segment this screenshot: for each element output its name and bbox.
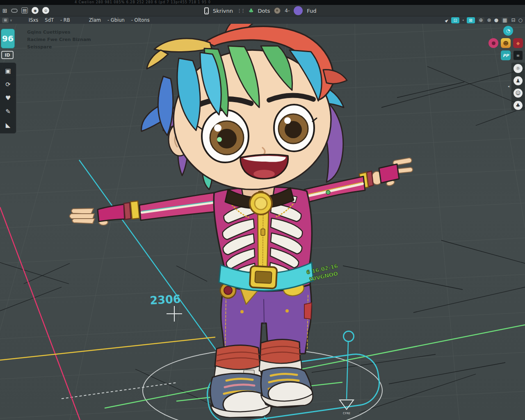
view-axis-gizmo[interactable]: ◔ — [503, 26, 513, 36]
device-icon[interactable] — [204, 7, 209, 14]
overlay-toggle-2[interactable]: ⊗ — [487, 17, 491, 23]
menu-item-1[interactable]: ISxs — [29, 17, 39, 23]
gizmo-mode-label[interactable]: 4- — [285, 8, 290, 14]
nav-forward-button[interactable]: ⊙ — [42, 7, 49, 14]
avatar-icon[interactable] — [274, 7, 281, 14]
material-preview-sphere[interactable] — [294, 6, 303, 15]
workspace-badge[interactable]: 96 — [1, 29, 15, 48]
overlay-toggle-5[interactable]: ⊟ — [511, 17, 515, 23]
scene-breadcrumb: Gqins Cuettipves Racime Fwe Cren Biznam … — [27, 29, 91, 51]
scene-breadcrumb-line2: Racime Fwe Cren Biznam — [27, 36, 91, 43]
topbar-item-dots[interactable]: Dots — [258, 8, 270, 14]
shading-mode-icon[interactable]: ○ — [518, 17, 523, 23]
character-boots — [210, 339, 313, 418]
transform-tool[interactable]: ♥ — [1, 91, 15, 105]
world-tab-icon[interactable]: ♣ — [514, 101, 523, 110]
topbar: ⊞ ▤ ◉ ⊙ Skrivnn ⋮⋮ ♣ Dots 4- Fud — [0, 5, 525, 16]
topbar-item-fluid[interactable]: Fud — [307, 8, 316, 14]
tool-shelf: ▣ ⟳ ♥ ✎ ◣ — [0, 62, 16, 134]
annotate-cursor-icon[interactable]: ► — [443, 17, 450, 23]
menu-item-6[interactable]: - Oltons — [131, 17, 150, 23]
frame-number-label: 2306 — [150, 292, 181, 307]
menu-item-5[interactable]: - Gbiun — [107, 17, 125, 23]
annotate-tool[interactable]: ✎ — [1, 105, 15, 118]
text-panel-icon[interactable]: ≡ — [513, 50, 523, 60]
pp-tool-icon[interactable]: PP — [501, 50, 511, 60]
scene-stats-text: 4 Cwelion 280 981 085% 6.2B 252 280 6 (p… — [75, 0, 211, 4]
proportional-edit-button[interactable]: ⊠ — [467, 17, 475, 23]
camera-orbit-icon[interactable] — [488, 38, 498, 48]
chevron-down-icon: ∨ — [10, 18, 12, 22]
mode-indicator[interactable]: ID — [1, 51, 14, 59]
measure-tool[interactable]: ◣ — [1, 119, 15, 132]
pill-icon[interactable] — [11, 9, 18, 13]
overlay-toggle-3[interactable]: ● — [494, 17, 498, 23]
mini-arrow-icon: ◂ — [462, 18, 464, 22]
app-shortcut-icon[interactable]: ☻ — [501, 38, 511, 48]
select-box-tool[interactable]: ▣ — [1, 64, 15, 78]
tab-pointer-icon: ◂ — [508, 84, 509, 88]
topbar-item-scripting[interactable]: Skrivnn — [213, 8, 233, 14]
overlay-toggle-4[interactable]: ▦ — [501, 17, 508, 23]
menu-item-4[interactable]: Zlam — [89, 17, 101, 23]
scene-tab-icon[interactable]: ☺ — [514, 89, 523, 98]
menubar: ⊞ ∨ ISxs SdT - RB Zlam - Gbiun - Oltons … — [0, 16, 525, 24]
snap-button[interactable]: ⊡ — [451, 17, 459, 23]
menu-item-3[interactable]: - RB — [60, 17, 70, 23]
keyboard-icon[interactable]: ▤ — [21, 7, 28, 14]
nav-back-button[interactable]: ◉ — [32, 7, 39, 14]
render-tab-icon[interactable]: ☼ — [514, 64, 523, 73]
rotate-tool[interactable]: ⟳ — [1, 78, 15, 91]
titlebar: 4 Cwelion 280 981 085% 6.2B 252 280 6 (p… — [0, 0, 525, 5]
overlay-toggle-1[interactable]: ⊕ — [478, 17, 484, 23]
menu-item-2[interactable]: SdT — [45, 17, 54, 23]
object-tab-icon[interactable]: ♟ — [514, 76, 523, 85]
grid-dots-icon[interactable]: ⋮⋮ — [237, 8, 244, 14]
editor-type-icon[interactable]: ⊞ — [2, 18, 9, 23]
scene-breadcrumb-line3: Seisspare — [27, 43, 91, 51]
viewport-3d[interactable]: CFRE — [0, 0, 525, 420]
app-logo-icon[interactable]: ⊞ — [2, 8, 7, 14]
svg-text:CFRE: CFRE — [343, 412, 350, 415]
figure-icon[interactable]: ♣ — [249, 7, 254, 14]
app-window: CFRE — [0, 0, 525, 420]
scene-breadcrumb-line1: Gqins Cuettipves — [27, 29, 91, 36]
material-tab-icon[interactable]: ◆ — [513, 38, 523, 48]
